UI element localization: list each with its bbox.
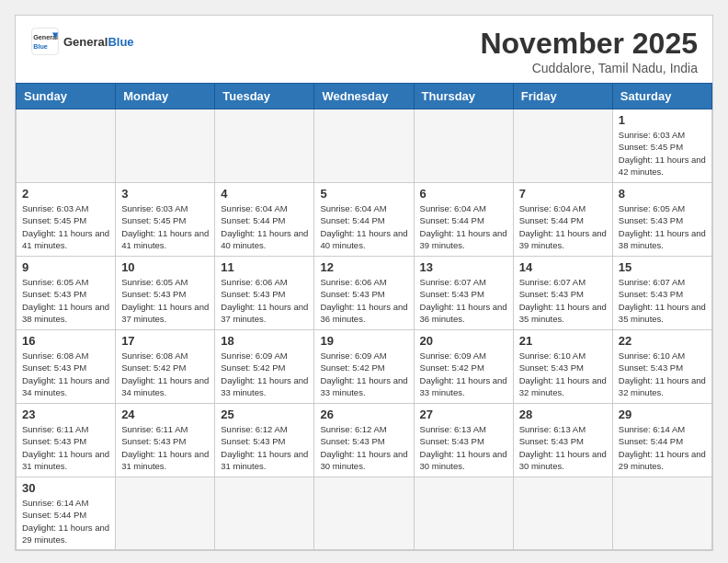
day-number: 12	[320, 260, 407, 274]
day-cell: 17Sunrise: 6:08 AMSunset: 5:42 PMDayligh…	[116, 330, 215, 404]
day-info: Sunrise: 6:03 AMSunset: 5:45 PMDaylight:…	[121, 202, 209, 251]
day-number: 7	[519, 187, 607, 201]
day-header-wednesday: Wednesday	[314, 84, 414, 109]
day-number: 10	[121, 260, 209, 274]
day-number: 27	[420, 408, 507, 421]
day-info: Sunrise: 6:06 AMSunset: 5:43 PMDaylight:…	[221, 276, 308, 325]
day-number: 17	[121, 334, 209, 348]
day-cell	[116, 109, 215, 183]
day-info: Sunrise: 6:05 AMSunset: 5:43 PMDaylight:…	[121, 276, 209, 325]
month-title: November 2025	[480, 27, 698, 61]
day-cell: 18Sunrise: 6:09 AMSunset: 5:42 PMDayligh…	[215, 330, 314, 404]
day-header-friday: Friday	[513, 84, 612, 109]
day-info: Sunrise: 6:09 AMSunset: 5:42 PMDaylight:…	[420, 350, 507, 398]
day-number: 28	[519, 408, 607, 421]
day-cell	[215, 477, 314, 550]
day-cell: 16Sunrise: 6:08 AMSunset: 5:43 PMDayligh…	[17, 330, 116, 404]
day-cell	[17, 109, 116, 183]
day-cell: 10Sunrise: 6:05 AMSunset: 5:43 PMDayligh…	[116, 257, 215, 330]
day-info: Sunrise: 6:04 AMSunset: 5:44 PMDaylight:…	[519, 202, 607, 251]
day-cell	[414, 109, 513, 183]
day-cell: 29Sunrise: 6:14 AMSunset: 5:44 PMDayligh…	[612, 404, 711, 477]
day-cell: 5Sunrise: 6:04 AMSunset: 5:44 PMDaylight…	[314, 183, 414, 257]
day-cell	[513, 477, 612, 550]
day-info: Sunrise: 6:08 AMSunset: 5:42 PMDaylight:…	[121, 350, 209, 398]
day-header-tuesday: Tuesday	[215, 84, 314, 109]
day-header-monday: Monday	[116, 84, 215, 109]
day-info: Sunrise: 6:09 AMSunset: 5:42 PMDaylight:…	[221, 350, 308, 398]
day-info: Sunrise: 6:12 AMSunset: 5:43 PMDaylight:…	[320, 423, 407, 472]
day-cell: 25Sunrise: 6:12 AMSunset: 5:43 PMDayligh…	[215, 404, 314, 477]
day-cell	[314, 109, 414, 183]
day-cell: 28Sunrise: 6:13 AMSunset: 5:43 PMDayligh…	[513, 404, 612, 477]
day-info: Sunrise: 6:03 AMSunset: 5:45 PMDaylight:…	[619, 129, 706, 178]
day-info: Sunrise: 6:07 AMSunset: 5:43 PMDaylight:…	[519, 276, 607, 325]
logo-icon: General Blue	[30, 27, 60, 56]
day-number: 15	[619, 260, 706, 274]
day-cell: 30Sunrise: 6:14 AMSunset: 5:44 PMDayligh…	[17, 477, 116, 550]
day-info: Sunrise: 6:14 AMSunset: 5:44 PMDaylight:…	[22, 497, 109, 546]
day-cell	[612, 477, 711, 550]
day-info: Sunrise: 6:09 AMSunset: 5:42 PMDaylight:…	[320, 350, 407, 398]
day-cell	[116, 477, 215, 550]
day-cell: 9Sunrise: 6:05 AMSunset: 5:43 PMDaylight…	[17, 257, 116, 330]
day-info: Sunrise: 6:13 AMSunset: 5:43 PMDaylight:…	[519, 423, 607, 472]
day-cell: 26Sunrise: 6:12 AMSunset: 5:43 PMDayligh…	[314, 404, 414, 477]
day-cell: 1Sunrise: 6:03 AMSunset: 5:45 PMDaylight…	[612, 109, 711, 183]
day-info: Sunrise: 6:08 AMSunset: 5:43 PMDaylight:…	[22, 350, 109, 398]
day-cell: 12Sunrise: 6:06 AMSunset: 5:43 PMDayligh…	[314, 257, 414, 330]
svg-text:Blue: Blue	[33, 42, 48, 51]
location: Cuddalore, Tamil Nadu, India	[480, 61, 698, 75]
logo-text: GeneralBlue	[63, 35, 134, 49]
day-number: 5	[320, 187, 407, 201]
day-info: Sunrise: 6:03 AMSunset: 5:45 PMDaylight:…	[22, 202, 109, 251]
day-header-thursday: Thursday	[414, 84, 513, 109]
day-number: 13	[420, 260, 507, 274]
day-number: 2	[22, 187, 109, 201]
day-cell	[414, 477, 513, 550]
day-cell	[513, 109, 612, 183]
day-number: 18	[221, 334, 308, 348]
day-header-sunday: Sunday	[17, 84, 116, 109]
day-info: Sunrise: 6:10 AMSunset: 5:43 PMDaylight:…	[619, 350, 706, 398]
day-number: 11	[221, 260, 308, 274]
day-number: 8	[619, 187, 706, 201]
day-info: Sunrise: 6:11 AMSunset: 5:43 PMDaylight:…	[121, 423, 209, 472]
day-cell: 19Sunrise: 6:09 AMSunset: 5:42 PMDayligh…	[314, 330, 414, 404]
day-number: 21	[519, 334, 607, 348]
day-info: Sunrise: 6:12 AMSunset: 5:43 PMDaylight:…	[221, 423, 308, 472]
day-cell: 4Sunrise: 6:04 AMSunset: 5:44 PMDaylight…	[215, 183, 314, 257]
week-row-2: 2Sunrise: 6:03 AMSunset: 5:45 PMDaylight…	[17, 183, 712, 257]
day-cell: 8Sunrise: 6:05 AMSunset: 5:43 PMDaylight…	[612, 183, 711, 257]
day-number: 22	[619, 334, 706, 348]
day-cell: 3Sunrise: 6:03 AMSunset: 5:45 PMDaylight…	[116, 183, 215, 257]
day-info: Sunrise: 6:04 AMSunset: 5:44 PMDaylight:…	[420, 202, 507, 251]
logo: General Blue GeneralBlue	[30, 27, 134, 56]
day-info: Sunrise: 6:10 AMSunset: 5:43 PMDaylight:…	[519, 350, 607, 398]
day-header-saturday: Saturday	[612, 84, 711, 109]
day-cell: 27Sunrise: 6:13 AMSunset: 5:43 PMDayligh…	[414, 404, 513, 477]
day-info: Sunrise: 6:14 AMSunset: 5:44 PMDaylight:…	[619, 423, 706, 472]
day-cell: 24Sunrise: 6:11 AMSunset: 5:43 PMDayligh…	[116, 404, 215, 477]
calendar-table: SundayMondayTuesdayWednesdayThursdayFrid…	[16, 83, 712, 550]
day-number: 6	[420, 187, 507, 201]
calendar-header: General Blue GeneralBlue November 2025 C…	[16, 16, 712, 83]
day-number: 24	[121, 408, 209, 421]
day-cell	[314, 477, 414, 550]
day-info: Sunrise: 6:06 AMSunset: 5:43 PMDaylight:…	[320, 276, 407, 325]
title-section: November 2025 Cuddalore, Tamil Nadu, Ind…	[480, 27, 698, 75]
day-info: Sunrise: 6:04 AMSunset: 5:44 PMDaylight:…	[221, 202, 308, 251]
day-info: Sunrise: 6:07 AMSunset: 5:43 PMDaylight:…	[619, 276, 706, 325]
day-info: Sunrise: 6:07 AMSunset: 5:43 PMDaylight:…	[420, 276, 507, 325]
week-row-5: 23Sunrise: 6:11 AMSunset: 5:43 PMDayligh…	[17, 404, 712, 477]
day-cell: 11Sunrise: 6:06 AMSunset: 5:43 PMDayligh…	[215, 257, 314, 330]
week-row-3: 9Sunrise: 6:05 AMSunset: 5:43 PMDaylight…	[17, 257, 712, 330]
day-number: 4	[221, 187, 308, 201]
day-number: 29	[619, 408, 706, 421]
day-number: 25	[221, 408, 308, 421]
day-number: 9	[22, 260, 109, 274]
day-number: 19	[320, 334, 407, 348]
day-cell: 6Sunrise: 6:04 AMSunset: 5:44 PMDaylight…	[414, 183, 513, 257]
week-row-6: 30Sunrise: 6:14 AMSunset: 5:44 PMDayligh…	[17, 477, 712, 550]
days-header-row: SundayMondayTuesdayWednesdayThursdayFrid…	[17, 84, 712, 109]
